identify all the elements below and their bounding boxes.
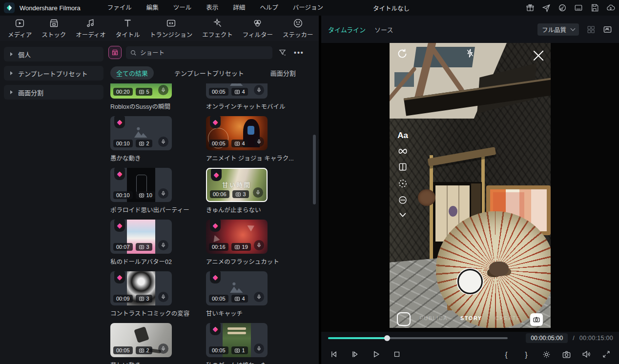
template-card[interactable]: ◆ 00:10 2 愚かな動き xyxy=(110,116,172,162)
boomerang-icon[interactable] xyxy=(397,147,408,155)
tab-stock[interactable]: ストック xyxy=(37,18,71,39)
tab-media[interactable]: メディア xyxy=(3,18,37,39)
text-tool-button[interactable]: Aa xyxy=(397,131,408,141)
mic-icon[interactable] xyxy=(253,187,263,198)
mic-icon[interactable] xyxy=(158,344,168,354)
template-card[interactable]: ◆ 00:05 4 甘いキャッチ xyxy=(206,271,268,318)
seek-handle[interactable] xyxy=(384,335,390,341)
mode-create[interactable]: CREATE xyxy=(495,315,521,321)
tab-audio[interactable]: オーディオ xyxy=(71,18,111,39)
render-timer-icon[interactable] xyxy=(557,2,568,13)
mic-icon[interactable] xyxy=(158,85,168,95)
mic-icon[interactable] xyxy=(254,137,264,147)
collapse-caret-icon xyxy=(10,90,13,94)
menu-help[interactable]: ヘルプ xyxy=(252,0,286,16)
shutter-button[interactable] xyxy=(457,269,483,294)
filter-tab-split-screen[interactable]: 画面分割 xyxy=(265,66,302,80)
volume-icon[interactable] xyxy=(580,348,592,360)
close-icon[interactable] xyxy=(533,49,544,60)
next-frame-button[interactable] xyxy=(349,348,361,360)
mic-icon[interactable] xyxy=(254,292,264,302)
tab-transition[interactable]: トランジション xyxy=(145,18,198,39)
sidebar-item-template-presets[interactable]: テンプレートプリセット xyxy=(4,66,103,81)
tab-timeline[interactable]: タイムライン xyxy=(328,25,366,34)
scrollbar[interactable] xyxy=(313,135,316,204)
seek-slider[interactable] xyxy=(328,337,508,339)
menu-edit[interactable]: 編集 xyxy=(139,0,166,16)
template-card[interactable]: ◆ 00:07 3 私のドールアバター02 xyxy=(110,220,172,266)
filter-funnel-icon[interactable] xyxy=(278,48,287,57)
mode-post[interactable]: PUBLICA xyxy=(419,315,448,321)
search-box[interactable] xyxy=(126,46,272,59)
mic-icon[interactable] xyxy=(254,240,264,250)
gift-icon[interactable] xyxy=(525,2,536,13)
preview-header: タイムライン ソース フル品質 xyxy=(321,16,619,43)
multi-view-icon[interactable] xyxy=(586,25,596,34)
mic-icon[interactable] xyxy=(254,85,264,95)
mic-icon[interactable] xyxy=(158,137,168,147)
menu-file[interactable]: ファイル xyxy=(100,0,139,16)
cloud-sync-icon[interactable] xyxy=(605,2,616,13)
mark-in-button[interactable]: { xyxy=(500,348,512,360)
template-card[interactable]: ◆ 00:10 10 ポラロイド思い出パーティー xyxy=(110,168,172,214)
tab-title[interactable]: タイトル xyxy=(111,18,145,39)
mic-icon[interactable] xyxy=(254,344,264,354)
screen-layout-icon[interactable] xyxy=(573,2,584,13)
layout-icon[interactable] xyxy=(398,162,408,172)
menu-version[interactable]: バージョン xyxy=(286,0,330,16)
stop-button[interactable] xyxy=(391,348,403,360)
tab-effects[interactable]: エフェクト xyxy=(197,18,238,39)
tab-source[interactable]: ソース xyxy=(374,25,393,34)
preview-frame[interactable]: Aa PUBLICA STORY CREATE xyxy=(390,43,551,328)
template-card[interactable]: ◆ 00:16 19 アニメのフラッシュカット xyxy=(206,220,268,266)
camera-flip-icon[interactable] xyxy=(396,48,408,60)
sidebar-item-split-screen[interactable]: 画面分割 xyxy=(4,85,103,100)
tab-filters[interactable]: フィルター xyxy=(238,18,278,39)
chevron-down-icon[interactable] xyxy=(398,212,408,219)
timecode-separator: / xyxy=(573,335,574,342)
filter-tab-all-results[interactable]: 全ての結果 xyxy=(110,66,154,80)
menu-view[interactable]: 表示 xyxy=(199,0,226,16)
sidebar-item-personal[interactable]: 個人 xyxy=(4,47,103,61)
mode-story[interactable]: STORY xyxy=(460,315,482,321)
template-library: ••• 全ての結果 テンプレートプリセット 画面分割 xyxy=(108,41,319,364)
mic-icon[interactable] xyxy=(158,292,168,302)
chevron-down-icon xyxy=(571,26,576,31)
play-button[interactable] xyxy=(370,348,382,360)
template-card-selected[interactable]: ◆ 甘い時間 00:06 3 きゅんが止まらない xyxy=(206,168,268,214)
share-icon[interactable] xyxy=(541,2,552,13)
fullscreen-icon[interactable] xyxy=(600,348,612,360)
filter-tab-template-presets[interactable]: テンプレートプリセット xyxy=(168,66,250,80)
video-scope-icon[interactable] xyxy=(603,25,612,34)
playback-settings-icon[interactable] xyxy=(540,348,552,360)
collapse-caret-icon xyxy=(10,71,13,75)
template-card[interactable]: ◆ 00:09 3 コントラストコミックの変容 xyxy=(110,271,172,318)
menu-details[interactable]: 詳細 xyxy=(226,0,252,16)
duration-chip: 00:10 xyxy=(113,191,133,199)
search-input[interactable] xyxy=(140,49,268,56)
previous-frame-button[interactable] xyxy=(328,348,340,360)
store-button[interactable] xyxy=(108,46,122,59)
clip-count-chip: 5 xyxy=(136,88,152,96)
template-card[interactable]: ◆ 00:05 1 私のゲームは終わった xyxy=(206,323,268,364)
timer-icon[interactable] xyxy=(398,179,408,188)
hands-free-icon[interactable] xyxy=(398,195,408,205)
mark-out-button[interactable]: } xyxy=(520,348,532,360)
tab-stickers[interactable]: ステッカー xyxy=(278,18,318,39)
template-title: アニメのフラッシュカット xyxy=(206,257,293,266)
template-card[interactable]: ◆ 00:05 4 アニメイト ジョジョ キャラク... xyxy=(206,116,268,162)
flash-icon[interactable] xyxy=(465,48,475,59)
template-card[interactable]: 00:20 5 RobloxのSussyの瞬間 xyxy=(110,83,172,111)
mic-icon[interactable] xyxy=(158,240,168,250)
menu-tools[interactable]: ツール xyxy=(166,0,199,16)
camera-mode-tabs: PUBLICA STORY CREATE xyxy=(390,315,551,321)
more-options-icon[interactable]: ••• xyxy=(294,49,304,57)
save-icon[interactable] xyxy=(589,2,600,13)
mic-icon[interactable] xyxy=(158,188,168,199)
template-card[interactable]: 00:05 2 悲しい動き xyxy=(110,323,172,364)
current-timecode[interactable]: 00:00:05:00 xyxy=(526,333,568,343)
snapshot-icon[interactable] xyxy=(560,348,572,360)
playback-slider-row: 00:00:05:00 / 00:00:15:00 xyxy=(321,332,619,344)
quality-dropdown[interactable]: フル品質 xyxy=(537,23,579,36)
template-card[interactable]: 00:05 4 オンラインチャットモバイル xyxy=(206,83,268,111)
